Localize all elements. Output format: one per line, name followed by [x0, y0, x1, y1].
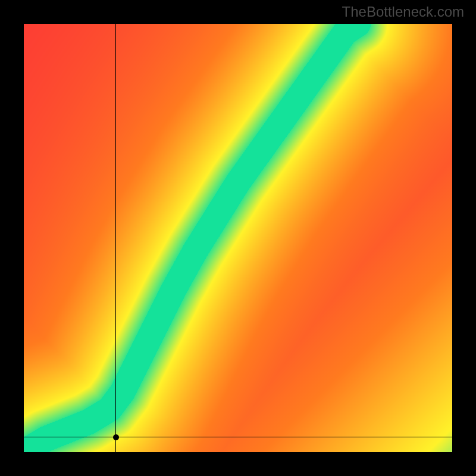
crosshair-vertical [115, 24, 116, 452]
heatmap-canvas [24, 24, 452, 452]
plot-area [24, 24, 452, 452]
attribution-text: TheBottleneck.com [342, 4, 464, 20]
chart-root: TheBottleneck.com [0, 0, 476, 476]
crosshair-horizontal [24, 437, 452, 437]
crosshair-marker [113, 434, 119, 440]
